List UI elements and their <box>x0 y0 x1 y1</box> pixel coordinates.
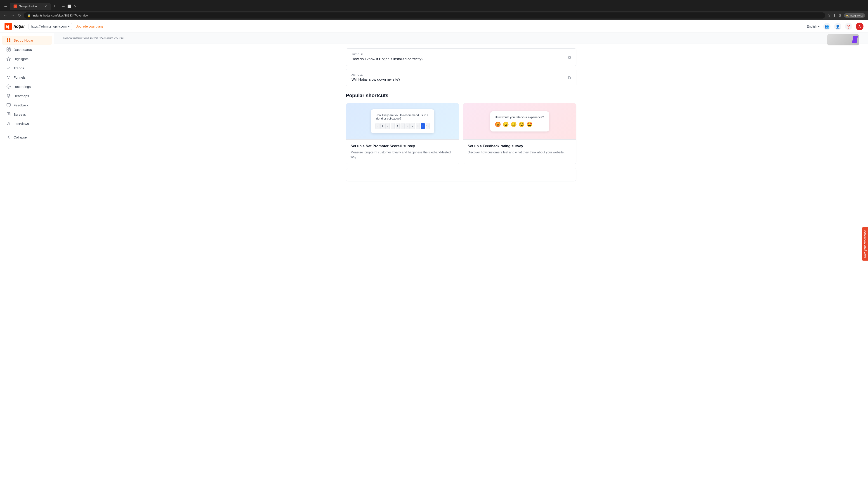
cutoff-bar: Follow instructions in this 15-minute co… <box>54 33 868 44</box>
tab-label: Setup - Hotjar <box>19 4 37 8</box>
feedback-question: How would you rate your experience? <box>495 116 545 119</box>
heatmaps-icon <box>6 94 11 98</box>
article-link-icon-1: ⧉ <box>568 75 571 80</box>
content-inner: Article How do I know if Hotjar is insta… <box>337 44 585 186</box>
close-window-button[interactable]: ✕ <box>74 4 76 8</box>
extensions-icon[interactable]: ⧉ <box>839 13 841 18</box>
feedback-title: Set up a Feedback rating survey <box>468 144 572 148</box>
emoji-neutral: 😐 <box>510 122 517 127</box>
dashboards-icon <box>6 47 11 52</box>
site-dropdown-icon: ▾ <box>68 25 70 28</box>
svg-point-15 <box>8 86 9 87</box>
sidebar-item-setup-hotjar[interactable]: Set up Hotjar <box>2 36 52 45</box>
url-bar[interactable]: 🔒 insights.hotjar.com/sites/3818347/over… <box>24 12 825 19</box>
browser-tab-bar: H Setup - Hotjar ✕ + ─ ⬜ ✕ <box>0 0 868 11</box>
svg-rect-11 <box>9 49 10 51</box>
shortcut-card-feedback[interactable]: How would you rate your experience? 😡 😟 … <box>463 103 577 164</box>
article-card-1[interactable]: Article Will Hotjar slow down my site? ⧉ <box>346 69 577 86</box>
reload-button[interactable]: ↻ <box>17 12 22 19</box>
main-layout: Set up Hotjar Dashboards Highlights Tren… <box>0 33 868 488</box>
site-selector[interactable]: https://admin.shopify.com ▾ <box>29 23 72 30</box>
sidebar-item-dashboards[interactable]: Dashboards <box>2 45 52 54</box>
rate-experience-tab[interactable]: Rate your experience <box>862 227 868 261</box>
back-button[interactable]: ← <box>3 13 8 19</box>
shortcuts-grid: How likely are you to recommend us to a … <box>346 103 577 164</box>
sidebar-item-trends[interactable]: Trends <box>2 64 52 72</box>
svg-rect-12 <box>7 50 8 51</box>
sidebar-label-feedback: Feedback <box>13 103 29 107</box>
feedback-desc: Discover how customers feel and what the… <box>468 150 572 155</box>
emoji-love: 🤩 <box>526 122 532 127</box>
sidebar-label-trends: Trends <box>13 66 24 70</box>
bookmark-icon[interactable]: ☆ <box>827 13 830 18</box>
sidebar-item-highlights[interactable]: Highlights <box>2 54 52 63</box>
third-shortcut-card-partial[interactable] <box>346 168 577 182</box>
download-icon[interactable]: ⬇ <box>833 13 836 18</box>
avatar[interactable]: A <box>856 23 864 30</box>
language-label: English <box>807 25 817 28</box>
minimize-button[interactable]: ─ <box>62 4 65 8</box>
new-tab-button[interactable]: + <box>52 2 58 11</box>
invite-users-icon[interactable]: 👥 <box>823 23 831 30</box>
sidebar-label-recordings: Recordings <box>13 85 31 89</box>
nps-desc: Measure long-term customer loyalty and h… <box>350 150 455 160</box>
lang-dropdown-icon: ▾ <box>818 25 819 28</box>
article-card-0[interactable]: Article How do I know if Hotjar is insta… <box>346 48 577 66</box>
user-profile-icon[interactable]: 👤 <box>834 23 841 30</box>
nps-num-5: 5 <box>401 123 405 129</box>
sidebar-item-interviews[interactable]: Interviews <box>2 119 52 128</box>
sidebar-item-surveys[interactable]: Surveys <box>2 110 52 119</box>
nps-num-6: 6 <box>405 123 410 129</box>
sidebar-label-interviews: Interviews <box>13 122 29 126</box>
emoji-scale: 😡 😟 😐 😊 🤩 <box>495 122 545 127</box>
emoji-angry: 😡 <box>495 122 501 127</box>
interviews-icon <box>6 121 11 126</box>
nps-title: Set up a Net Promoter Score® survey <box>350 144 455 148</box>
sidebar-item-funnels[interactable]: Funnels <box>2 73 52 82</box>
svg-rect-7 <box>7 40 8 42</box>
site-url: https://admin.shopify.com <box>31 25 67 28</box>
tab-close-button[interactable]: ✕ <box>44 4 47 8</box>
svg-rect-18 <box>7 103 10 106</box>
setup-hotjar-icon <box>6 38 11 42</box>
header-actions: English ▾ 👥 👤 ❓ A <box>807 23 864 30</box>
svg-point-2 <box>6 6 7 6</box>
incognito-badge: 🕵 Incognito (2) <box>844 13 865 18</box>
help-icon[interactable]: ❓ <box>845 23 852 30</box>
nps-shortcut-info: Set up a Net Promoter Score® survey Meas… <box>346 139 459 164</box>
nps-num-7: 7 <box>410 123 414 129</box>
rate-experience-label: Rate your experience <box>863 230 867 258</box>
browser-tab-active[interactable]: H Setup - Hotjar ✕ <box>10 3 51 10</box>
maximize-button[interactable]: ⬜ <box>67 4 71 8</box>
sidebar-collapse-button[interactable]: Collapse <box>2 133 52 142</box>
svg-marker-13 <box>7 57 10 61</box>
main-content: Follow instructions in this 15-minute co… <box>54 33 868 488</box>
upgrade-link[interactable]: Upgrade your plans <box>76 25 103 28</box>
nps-num-2: 2 <box>385 123 390 129</box>
article-label-0: Article <box>351 53 423 56</box>
svg-point-0 <box>4 6 5 6</box>
feedback-widget: How would you rate your experience? 😡 😟 … <box>490 111 549 131</box>
sidebar-item-recordings[interactable]: Recordings <box>2 82 52 91</box>
article-link-icon-0: ⧉ <box>568 55 571 60</box>
nps-num-3: 3 <box>391 123 395 129</box>
cutoff-decoration <box>852 36 858 43</box>
nps-question: How likely are you to recommend us to a … <box>375 113 430 120</box>
svg-point-14 <box>7 85 10 88</box>
nps-scale: 0 1 2 3 4 5 6 7 8 9 <box>375 123 430 129</box>
emoji-sad: 😟 <box>503 122 509 127</box>
sidebar-item-feedback[interactable]: Feedback <box>2 101 52 109</box>
nps-widget: How likely are you to recommend us to a … <box>371 109 434 133</box>
trends-icon <box>6 66 11 70</box>
sidebar-label-setup: Set up Hotjar <box>13 38 33 42</box>
article-info-0: Article How do I know if Hotjar is insta… <box>351 53 423 61</box>
forward-button[interactable]: → <box>10 13 16 19</box>
language-selector[interactable]: English ▾ <box>807 25 819 28</box>
app-header: hj hotjar https://admin.shopify.com ▾ Up… <box>0 20 868 33</box>
shortcut-card-nps[interactable]: How likely are you to recommend us to a … <box>346 103 459 164</box>
sidebar-item-heatmaps[interactable]: Heatmaps <box>2 91 52 100</box>
nps-num-0: 0 <box>375 123 379 129</box>
surveys-icon <box>6 112 11 117</box>
tab-favicon: H <box>13 4 17 8</box>
feedback-shortcut-info: Set up a Feedback rating survey Discover… <box>463 139 576 159</box>
